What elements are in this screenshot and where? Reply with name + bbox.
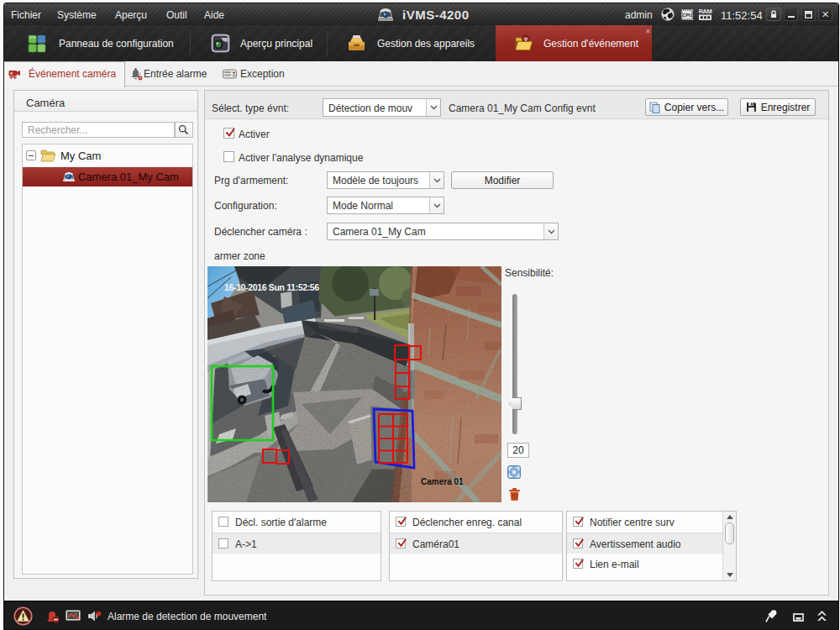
svg-text:RAM: RAM	[699, 8, 712, 15]
svg-text:CPU: CPU	[682, 13, 691, 18]
svg-text:Camera 01: Camera 01	[421, 477, 464, 486]
svg-text:16-10-2016 Sun 11:52:56: 16-10-2016 Sun 11:52:56	[224, 282, 319, 292]
